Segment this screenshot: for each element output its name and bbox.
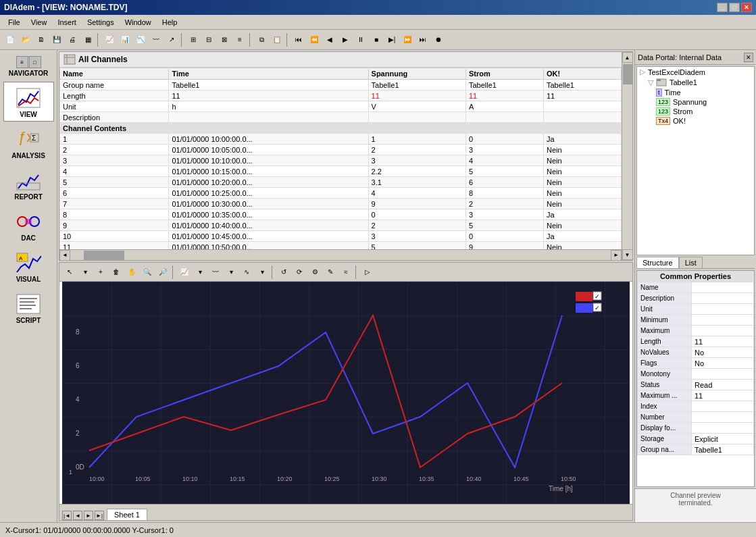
- nav-dac[interactable]: DAC: [3, 205, 54, 245]
- strom-icon: 123: [656, 107, 670, 116]
- ct-zoom-in[interactable]: 🔍: [140, 265, 155, 280]
- portal-tab-list[interactable]: List: [679, 257, 703, 268]
- menu-insert[interactable]: Insert: [52, 17, 82, 28]
- menu-window[interactable]: Window: [120, 17, 157, 28]
- menu-settings[interactable]: Settings: [82, 17, 120, 28]
- meta-length-spannung: 11: [368, 91, 465, 101]
- tb-zoom1[interactable]: ⊞: [186, 32, 201, 47]
- tb-file2[interactable]: 🗎: [34, 32, 49, 47]
- meta-groupname: Group name Tabelle1 Tabelle1 Tabelle1 Ta…: [60, 80, 622, 91]
- ct-refresh2[interactable]: ⟳: [292, 265, 307, 280]
- tree-root[interactable]: ▷ TestExcelDiadem: [637, 67, 754, 77]
- table-row: 701/01/0000 10:30:00.0...92Nein: [60, 199, 622, 209]
- tb-play-start[interactable]: ⏮: [291, 32, 306, 47]
- portal-close-btn[interactable]: ✕: [744, 53, 753, 62]
- scroll-right-arrow[interactable]: ►: [611, 250, 622, 261]
- tb-zoom2[interactable]: ⊟: [201, 32, 216, 47]
- prop-description-label: Description: [638, 293, 692, 304]
- ct-cursor[interactable]: ✎: [323, 265, 338, 280]
- portal-tab-structure[interactable]: Structure: [636, 257, 679, 268]
- tree-channel-strom[interactable]: 123 Strom: [653, 107, 754, 116]
- tree-channel-time[interactable]: t Time: [653, 88, 754, 97]
- scroll-down-arrow[interactable]: ▼: [622, 249, 633, 260]
- menu-view[interactable]: View: [26, 17, 53, 28]
- ct-wave[interactable]: ≈: [338, 265, 353, 280]
- time-icon: t: [656, 88, 662, 97]
- tb-play-next[interactable]: ⏩: [400, 32, 415, 47]
- tree-area[interactable]: ▷ TestExcelDiadem ▽ Tabelle1 t Time 123: [636, 66, 755, 255]
- tab-prev-btn[interactable]: ◄: [73, 511, 82, 520]
- tb-zoom3[interactable]: ⊠: [217, 32, 232, 47]
- maximize-btn[interactable]: □: [729, 3, 740, 12]
- tree-channel-spannung[interactable]: 123 Spannung: [653, 97, 754, 107]
- tb-chart3[interactable]: 📉: [133, 32, 148, 47]
- tb-new[interactable]: 📄: [3, 32, 18, 47]
- tb-play-step[interactable]: ▶|: [384, 32, 399, 47]
- tab-first-btn[interactable]: |◄: [62, 511, 72, 520]
- prop-unit-value: [692, 304, 754, 315]
- tb-save[interactable]: 💾: [49, 32, 64, 47]
- chart-tab-sheet1[interactable]: Sheet 1: [107, 509, 147, 520]
- nav-visual[interactable]: A VISUAL: [3, 247, 54, 286]
- tab-next-btn[interactable]: ►: [84, 511, 93, 520]
- channel-preview: Channel preview terminated.: [635, 488, 756, 522]
- tb-play-end[interactable]: ⏭: [415, 32, 430, 47]
- tb-chart1[interactable]: 📈: [102, 32, 117, 47]
- tb-play-step-back[interactable]: ◀: [322, 32, 337, 47]
- ct-dd2[interactable]: ▾: [224, 265, 238, 280]
- tb-stop[interactable]: ■: [369, 32, 384, 47]
- prop-storage: StorageExplicit: [638, 434, 754, 444]
- ct-trash[interactable]: 🗑: [109, 265, 124, 280]
- tb-play-prev[interactable]: ⏪: [307, 32, 322, 47]
- ct-line1[interactable]: 📈: [177, 265, 192, 280]
- ct-dropdown[interactable]: ▾: [78, 265, 93, 280]
- tb-zoom4[interactable]: ≡: [232, 32, 247, 47]
- menu-file[interactable]: File: [3, 17, 26, 28]
- ct-zoom-out[interactable]: 🔎: [155, 265, 170, 280]
- table-scrollbar-h[interactable]: ◄ ►: [59, 249, 622, 260]
- tb-print[interactable]: 🖨: [65, 32, 80, 47]
- ct-line2[interactable]: 〰: [208, 265, 223, 280]
- scroll-up-arrow[interactable]: ▲: [622, 52, 633, 63]
- tb-pause[interactable]: ⏸: [353, 32, 368, 47]
- ct-dd1[interactable]: ▾: [193, 265, 207, 280]
- ct-next[interactable]: ▷: [360, 265, 375, 280]
- sep1: [97, 33, 100, 47]
- center-area: All Channels Name Time Spannung Strom OK…: [57, 50, 634, 522]
- ct-dd3[interactable]: ▾: [255, 265, 270, 280]
- menu-help[interactable]: Help: [157, 17, 183, 28]
- nav-report-label: REPORT: [14, 193, 43, 201]
- ct-refresh1[interactable]: ↺: [276, 265, 291, 280]
- meta-description-label: Description: [60, 112, 169, 123]
- nav-view[interactable]: VIEW: [3, 82, 54, 122]
- tab-last-btn[interactable]: ►|: [95, 511, 104, 520]
- tb-table[interactable]: ▦: [80, 32, 95, 47]
- prop-monotony-label: Monotony: [638, 369, 692, 380]
- ct-select[interactable]: ↖: [62, 265, 77, 280]
- nav-analysis[interactable]: ƒx Σ ANALYSIS: [3, 123, 54, 163]
- tree-group[interactable]: ▽ Tabelle1: [645, 77, 754, 88]
- nav-script[interactable]: SCRIPT: [3, 288, 54, 328]
- ct-hand[interactable]: ✋: [124, 265, 139, 280]
- tb-paste[interactable]: 📋: [270, 32, 284, 47]
- prop-length-label: Length: [638, 336, 692, 347]
- scroll-left-arrow[interactable]: ◄: [59, 250, 70, 261]
- tb-chart4[interactable]: 〰: [149, 32, 163, 47]
- tb-open[interactable]: 📂: [18, 32, 33, 47]
- tb-chart5[interactable]: ↗: [164, 32, 179, 47]
- nav-navigator[interactable]: ≡ □ NAVIGATOR: [3, 53, 54, 80]
- table-scrollbar-v[interactable]: ▲ ▼: [622, 52, 632, 260]
- scroll-thumb-v[interactable]: [623, 64, 632, 84]
- tree-channel-ok[interactable]: Tx4 OK!: [653, 116, 754, 126]
- tb-play[interactable]: ▶: [338, 32, 353, 47]
- scroll-thumb-h[interactable]: [84, 251, 124, 260]
- minimize-btn[interactable]: _: [717, 3, 728, 12]
- ct-settings[interactable]: ⚙: [307, 265, 322, 280]
- ct-add[interactable]: +: [93, 265, 108, 280]
- ct-signal[interactable]: ∿: [239, 265, 254, 280]
- tb-chart2[interactable]: 📊: [118, 32, 132, 47]
- tb-copy[interactable]: ⧉: [254, 32, 269, 47]
- nav-report[interactable]: REPORT: [3, 164, 54, 204]
- tb-record[interactable]: ⏺: [431, 32, 446, 47]
- close-btn[interactable]: ✕: [741, 3, 752, 12]
